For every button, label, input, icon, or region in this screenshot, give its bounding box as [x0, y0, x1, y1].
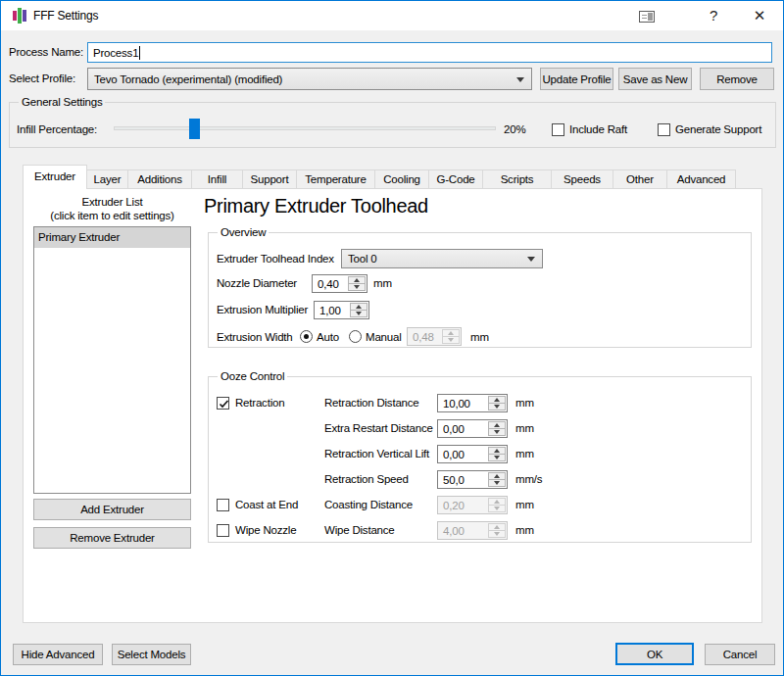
- row-label: Wipe Distance: [324, 524, 395, 537]
- coast-at-end-label: Coast at End: [235, 499, 298, 511]
- nozzle-diameter-unit: mm: [373, 277, 392, 290]
- remove-profile-button[interactable]: Remove: [700, 68, 774, 90]
- extrusion-width-manual-radio[interactable]: [349, 330, 362, 343]
- include-raft-label: Include Raft: [569, 123, 627, 136]
- ok-button[interactable]: OK: [615, 643, 694, 665]
- spin-down-button: [488, 530, 506, 538]
- extrusion-multiplier-spinner[interactable]: 1,00: [314, 301, 369, 319]
- wipe-nozzle-checkbox[interactable]: [217, 524, 229, 537]
- tab-extruder[interactable]: Extruder: [23, 165, 87, 189]
- extrusion-width-spinner: 0,48: [407, 327, 462, 346]
- retraction-vertical-lift-spinner[interactable]: 0,00: [437, 445, 508, 463]
- coast-at-end-checkbox[interactable]: [217, 499, 229, 511]
- profile-dropdown-value: Tevo Tornado (experimental) (modified): [94, 73, 282, 85]
- toolhead-index-dropdown[interactable]: Tool 0: [341, 249, 543, 268]
- spin-down-button[interactable]: [488, 428, 506, 436]
- add-extruder-button[interactable]: Add Extruder: [33, 499, 191, 520]
- ooze-control-title: Ooze Control: [218, 370, 287, 383]
- extruder-list-title: Extruder List: [33, 196, 191, 209]
- help-button[interactable]: ?: [703, 5, 724, 26]
- spin-down-button[interactable]: [488, 479, 506, 487]
- row-unit: mm: [515, 397, 534, 410]
- retraction-checkbox[interactable]: [217, 397, 229, 410]
- extruder-tab-panel: Extruder List (click item to edit settin…: [23, 188, 762, 623]
- spinner-value: 0,00: [443, 420, 465, 437]
- list-item-primary-extruder[interactable]: Primary Extruder: [34, 227, 190, 248]
- tab-gcode[interactable]: G-Code: [428, 169, 483, 188]
- retraction-distance-spinner[interactable]: 10,00: [437, 394, 508, 412]
- wipe-nozzle-label: Wipe Nozzle: [235, 524, 296, 537]
- infill-slider-track[interactable]: [114, 126, 496, 130]
- extrusion-width-auto-radio[interactable]: [300, 330, 313, 343]
- tab-support[interactable]: Support: [242, 169, 297, 188]
- nozzle-diameter-value: 0,40: [318, 275, 339, 292]
- close-button[interactable]: ✕: [748, 5, 771, 26]
- extrusion-width-unit: mm: [470, 331, 489, 344]
- general-settings-title: General Settings: [19, 96, 105, 109]
- window-title: FFF Settings: [33, 10, 98, 23]
- process-name-value: Process1: [93, 47, 138, 59]
- spin-down-button[interactable]: [350, 310, 368, 317]
- extrusion-width-manual-label: Manual: [366, 331, 402, 344]
- row-label: Retraction Distance: [324, 397, 419, 410]
- tab-speeds[interactable]: Speeds: [551, 169, 613, 188]
- checkmark-icon: [218, 398, 230, 410]
- chevron-down-icon: [527, 257, 535, 262]
- spin-down-button[interactable]: [348, 283, 366, 291]
- remove-extruder-button[interactable]: Remove Extruder: [33, 527, 191, 549]
- extruder-list-subtitle: (click item to edit settings): [33, 210, 191, 222]
- tab-infill[interactable]: Infill: [191, 169, 243, 188]
- tab-additions[interactable]: Additions: [127, 169, 192, 188]
- tab-temperature[interactable]: Temperature: [296, 169, 375, 188]
- infill-percentage-value: 20%: [504, 123, 525, 136]
- settings-tabs: Extruder Layer Additions Infill Support …: [23, 165, 736, 188]
- toolhead-index-label: Extruder Toolhead Index: [217, 253, 334, 266]
- overview-title: Overview: [218, 226, 269, 239]
- extra-restart-distance-spinner[interactable]: 0,00: [437, 419, 508, 438]
- process-name-label: Process Name:: [9, 46, 83, 59]
- spin-down-button: [442, 336, 460, 344]
- nozzle-diameter-spinner[interactable]: 0,40: [312, 274, 368, 293]
- infill-slider-handle[interactable]: [189, 119, 200, 139]
- save-as-new-button[interactable]: Save as New: [618, 68, 692, 90]
- row-unit: mm: [515, 499, 534, 511]
- hide-advanced-button[interactable]: Hide Advanced: [13, 644, 103, 665]
- profile-dropdown[interactable]: Tevo Tornado (experimental) (modified): [87, 68, 532, 90]
- text-caret: [139, 46, 140, 60]
- toolhead-index-value: Tool 0: [348, 253, 377, 265]
- spin-down-button: [488, 505, 506, 512]
- row-label: Coasting Distance: [324, 499, 413, 511]
- extrusion-width-label: Extrusion Width: [217, 331, 293, 344]
- coasting-distance-spinner: 0,20: [437, 496, 508, 514]
- process-name-input[interactable]: Process1: [87, 42, 772, 63]
- row-unit: mm: [515, 422, 534, 435]
- spinner-value: 0,00: [443, 446, 465, 462]
- spin-down-button[interactable]: [488, 454, 506, 461]
- spinner-value: 50,0: [443, 471, 465, 488]
- row-unit: mm: [515, 448, 534, 460]
- infill-percentage-label: Infill Percentage:: [17, 123, 97, 136]
- retraction-speed-spinner[interactable]: 50,0: [437, 470, 508, 489]
- tab-layer[interactable]: Layer: [86, 169, 128, 188]
- ooze-control-group: Ooze Control Retraction Retraction Dista…: [208, 376, 752, 543]
- tab-advanced[interactable]: Advanced: [666, 169, 736, 188]
- update-profile-button[interactable]: Update Profile: [540, 68, 613, 90]
- tab-scripts[interactable]: Scripts: [482, 169, 552, 188]
- spinner-value: 10,00: [443, 395, 470, 411]
- generate-support-checkbox[interactable]: [658, 123, 670, 136]
- window-panel-icon[interactable]: [639, 11, 655, 23]
- extrusion-width-value: 0,48: [413, 328, 434, 345]
- tab-cooling[interactable]: Cooling: [374, 169, 429, 188]
- select-models-button[interactable]: Select Models: [112, 644, 191, 665]
- spin-down-button[interactable]: [488, 403, 506, 410]
- row-label: Extra Restart Distance: [324, 422, 433, 435]
- fff-settings-dialog: FFF Settings ? ✕ Process Name: Process1 …: [0, 0, 784, 676]
- row-unit: mm: [515, 524, 534, 537]
- cancel-button[interactable]: Cancel: [705, 644, 775, 665]
- retraction-label: Retraction: [235, 397, 284, 410]
- extrusion-multiplier-label: Extrusion Multiplier: [217, 304, 308, 316]
- wipe-distance-spinner: 4,00: [437, 521, 508, 540]
- tab-other[interactable]: Other: [612, 169, 667, 188]
- include-raft-checkbox[interactable]: [552, 123, 564, 136]
- spinner-value: 0,20: [443, 497, 465, 513]
